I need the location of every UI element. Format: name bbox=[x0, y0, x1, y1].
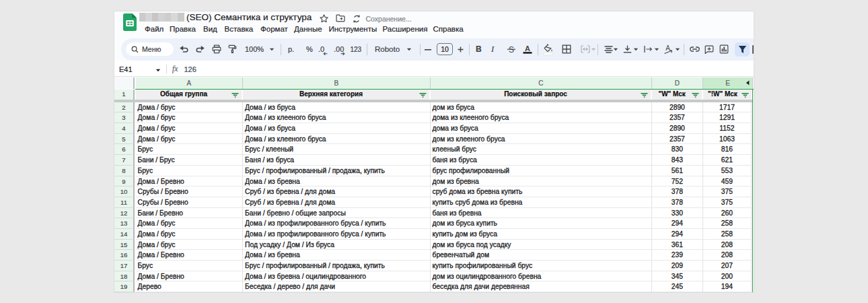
svg-text:A: A bbox=[665, 45, 670, 52]
svg-text:A: A bbox=[525, 44, 530, 53]
